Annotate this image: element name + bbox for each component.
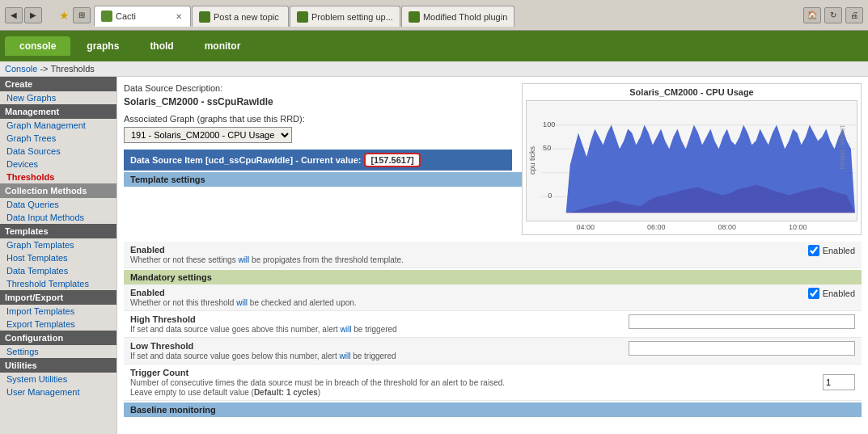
breadcrumb-console[interactable]: Console [5,64,37,74]
home-button[interactable]: 🏠 [803,7,821,23]
breadcrumb: Console -> Thresholds [0,61,868,77]
sidebar-item-data-sources[interactable]: Data Sources [0,145,116,158]
low-threshold-input[interactable] [629,341,855,356]
ds-graph-select: 191 - Solaris_CM2000 - CPU Usage [124,127,512,143]
high-threshold-input-cell [530,311,862,338]
modified-favicon [409,11,420,23]
tab-problem-label: Problem setting up... [311,12,393,22]
tab-problem[interactable]: Problem setting up... [290,6,400,27]
table-row: Enabled Whether or not these settings wi… [124,242,862,268]
mandatory-settings-table: Enabled Whether or not this threshold wi… [124,284,862,401]
browser-chrome: ◀ ▶ ☆ ★ ⊞ Cacti ✕ Post a new topic Probl… [0,0,868,31]
sidebar-item-data-input-methods[interactable]: Data Input Methods [0,211,116,224]
mandatory-enabled-desc: Whether or not this threshold will be ch… [130,298,523,307]
sidebar-header-management: Management [0,104,116,119]
sidebar: Create New Graphs Management Graph Manag… [0,77,117,434]
low-threshold-label-cell: Low Threshold If set and data source val… [124,338,530,364]
forward-button[interactable]: ▶ [24,7,42,23]
svg-text:50: 50 [543,144,551,152]
app: console graphs thold monitor Console -> … [0,31,868,434]
content-area: Solaris_CM2000 - CPU Usage cpu ticks [117,77,868,434]
sidebar-item-devices[interactable]: Devices [0,158,116,171]
trigger-count-label-cell: Trigger Count Number of consecutive time… [124,364,530,401]
graph-x-06: 06:00 [647,223,666,231]
high-threshold-input[interactable] [629,314,855,329]
sidebar-item-settings[interactable]: Settings [0,345,116,358]
low-threshold-label: Low Threshold [130,341,523,351]
mandatory-enabled-checkbox[interactable] [808,288,819,299]
cacti-favicon [101,11,112,22]
baseline-monitoring-header: Baseline monitoring [124,402,862,417]
sidebar-item-graph-management[interactable]: Graph Management [0,119,116,132]
nav-tab-graphs[interactable]: graphs [72,36,133,56]
mandatory-enabled-label: Enabled [130,288,523,297]
associated-graph-dropdown[interactable]: 191 - Solaris_CM2000 - CPU Usage [124,127,292,143]
chart-svg: 100 50 0 1000/bit / 1000/bit [541,101,855,221]
enabled-label-cell: Enabled Whether or not these settings wi… [124,242,530,268]
tab-post-label: Post a new topic [214,12,279,22]
trigger-count-desc: Number of consecutive times the data sou… [130,378,523,387]
tab-modified-label: Modified Thold plugin [423,12,507,22]
enabled-checkbox-1[interactable] [808,245,819,256]
print-button[interactable]: 🖨 [845,7,863,23]
sidebar-item-new-graphs[interactable]: New Graphs [0,91,116,104]
sidebar-header-utilities: Utilities [0,358,116,373]
sidebar-item-system-utilities[interactable]: System Utilities [0,373,116,386]
tab-cacti-label: Cacti [116,11,136,21]
sidebar-item-data-queries[interactable]: Data Queries [0,198,116,211]
tab-modified[interactable]: Modified Thold plugin [401,6,514,27]
mandatory-settings-header: Mandatory settings [124,270,862,284]
back-button[interactable]: ◀ [5,7,23,23]
tab-cacti[interactable]: Cacti ✕ [94,6,191,27]
mandatory-enabled-label-cell: Enabled Whether or not this threshold wi… [124,284,530,311]
high-threshold-desc: If set and data source value goes above … [130,325,523,334]
sidebar-item-thresholds[interactable]: Thresholds [0,171,116,183]
tab-close-cacti[interactable]: ✕ [174,12,184,21]
graph-chart: cpu ticks 100 50 0 [526,100,857,221]
sidebar-header-templates: Templates [0,224,116,238]
tab-post[interactable]: Post a new topic [192,6,289,27]
sidebar-item-import-templates[interactable]: Import Templates [0,305,116,318]
graph-x-10: 10:00 [789,223,807,231]
sidebar-header-configuration: Configuration [0,331,116,345]
graph-y-label: cpu ticks [528,146,536,175]
enabled-checkbox-cell-1: Enabled [530,242,862,268]
nav-tab-thold[interactable]: thold [135,36,188,56]
breadcrumb-separator: -> [40,64,50,74]
graph-x-04: 04:00 [576,223,595,231]
template-settings-table: Enabled Whether or not these settings wi… [124,242,862,268]
sidebar-item-user-management[interactable]: User Management [0,386,116,398]
table-row: Low Threshold If set and data source val… [124,338,862,364]
sidebar-header-create: Create [0,77,116,91]
sidebar-item-graph-templates[interactable]: Graph Templates [0,238,116,251]
sidebar-item-graph-trees[interactable]: Graph Trees [0,132,116,145]
nav-tab-monitor[interactable]: monitor [190,36,256,56]
problem-favicon [297,11,308,23]
svg-text:0: 0 [548,192,552,200]
graph-title: Solaris_CM2000 - CPU Usage [526,87,857,97]
bookmark-star-empty[interactable]: ☆ [45,9,56,22]
trigger-count-input-cell [530,364,862,401]
sidebar-item-export-templates[interactable]: Export Templates [0,318,116,331]
refresh-button[interactable]: ↻ [824,7,842,23]
mandatory-enabled-checkbox-wrapper: Enabled [536,288,855,299]
sidebar-item-host-templates[interactable]: Host Templates [0,251,116,264]
svg-text:100: 100 [543,120,555,129]
table-row: Trigger Count Number of consecutive time… [124,364,862,401]
sidebar-item-data-templates[interactable]: Data Templates [0,264,116,277]
post-favicon [199,11,210,23]
tabs-bar: Cacti ✕ Post a new topic Problem setting… [94,3,800,27]
grid-button[interactable]: ⊞ [73,7,91,23]
trigger-count-input[interactable] [823,374,855,390]
sidebar-item-threshold-templates[interactable]: Threshold Templates [0,277,116,290]
enabled-desc-1: Whether or not these settings will be pr… [130,255,523,264]
enabled-checkbox-wrapper-1: Enabled [536,245,855,256]
enabled-checkbox-label-1: Enabled [823,246,855,255]
high-threshold-label: High Threshold [130,314,523,324]
svg-text:1000/bit / 1000/bit: 1000/bit / 1000/bit [840,125,845,170]
table-row: High Threshold If set and data source va… [124,311,862,338]
ds-item-header: Data Source Item [ucd_ssCpuRawIdle] - Cu… [124,150,512,171]
ds-item-header-text: Data Source Item [ucd_ssCpuRawIdle] - Cu… [130,155,361,165]
nav-tab-console[interactable]: console [5,36,70,56]
bookmark-star-gold[interactable]: ★ [59,9,70,22]
